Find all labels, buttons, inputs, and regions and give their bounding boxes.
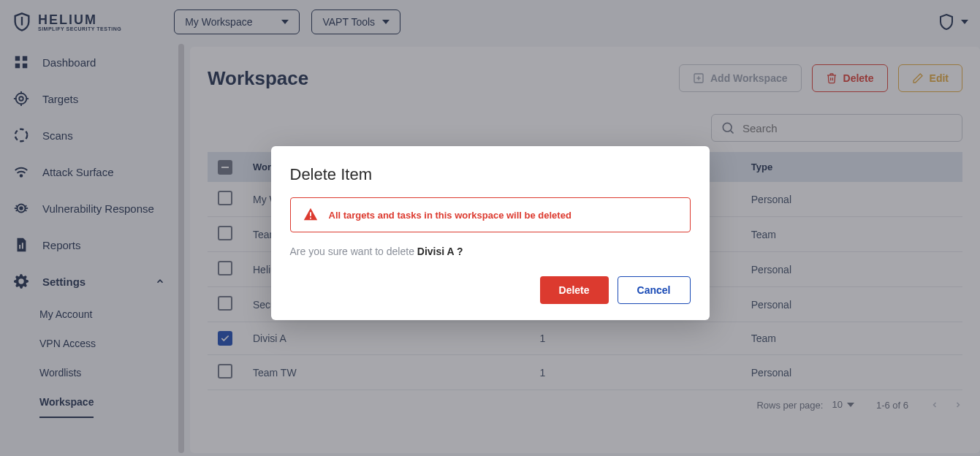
modal-confirm-text: Are you sure want to delete Divisi A ? <box>290 246 691 257</box>
modal-warning: All targets and tasks in this workspace … <box>290 197 691 232</box>
svg-rect-28 <box>310 212 311 216</box>
modal-cancel-button[interactable]: Cancel <box>618 276 691 304</box>
modal-overlay[interactable]: Delete Item All targets and tasks in thi… <box>0 0 980 456</box>
modal-title: Delete Item <box>290 165 691 184</box>
svg-rect-29 <box>310 218 311 219</box>
delete-modal: Delete Item All targets and tasks in thi… <box>271 146 710 320</box>
warning-triangle-icon <box>303 207 319 223</box>
modal-delete-button[interactable]: Delete <box>540 276 609 304</box>
modal-warning-text: All targets and tasks in this workspace … <box>329 210 571 221</box>
